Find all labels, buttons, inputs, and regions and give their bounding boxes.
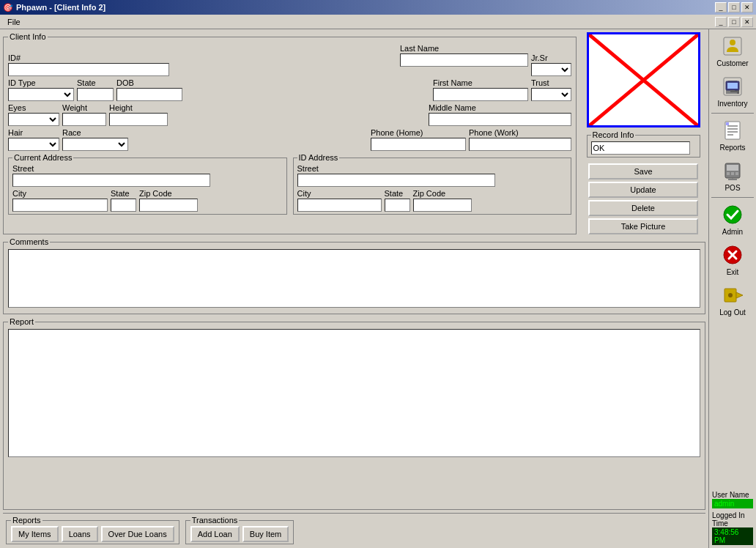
sidebar-item-admin[interactable]: Admin	[711, 199, 755, 240]
dob-input[interactable]	[116, 88, 182, 101]
update-button[interactable]: Update	[588, 182, 698, 198]
user-name-value: admin	[712, 499, 753, 508]
menu-file[interactable]: File	[3, 16, 25, 28]
buy-item-button[interactable]: Buy Item	[242, 526, 289, 542]
sidebar-item-reports[interactable]: Reports	[711, 115, 755, 155]
id-type-select[interactable]	[8, 88, 74, 101]
middle-name-input[interactable]	[429, 113, 571, 126]
weight-input[interactable]	[62, 113, 106, 126]
first-name-input[interactable]	[433, 88, 528, 101]
close-button[interactable]: ✕	[741, 2, 753, 12]
id-field-group: ID#	[8, 53, 169, 76]
title-bar-buttons[interactable]: _ □ ✕	[715, 2, 753, 12]
phone-work-input[interactable]	[469, 138, 571, 151]
delete-button[interactable]: Delete	[588, 200, 698, 216]
id-type-row: ID Type State DOB Fi	[8, 78, 571, 101]
mdi-close-button[interactable]: ✕	[741, 17, 753, 27]
over-due-loans-button[interactable]: Over Due Loans	[101, 526, 174, 542]
minimize-button[interactable]: _	[715, 2, 727, 12]
reports-group: Reports My Items Loans Over Due Loans	[6, 516, 179, 544]
logout-icon	[721, 284, 744, 307]
address-row: Current Address Street City State	[8, 153, 571, 215]
sidebar: Customer Inventory	[708, 29, 756, 548]
eyes-group: Eyes	[8, 103, 59, 126]
curr-city-input[interactable]	[12, 199, 108, 212]
no-photo-icon	[589, 34, 698, 126]
id-city-input[interactable]	[297, 199, 382, 212]
curr-zip-group: Zip Code	[139, 189, 198, 212]
comments-legend: Comments	[8, 237, 50, 246]
id-street-label: Street	[297, 164, 568, 173]
mdi-restore-button[interactable]: _	[715, 17, 727, 27]
first-name-group: First Name	[433, 78, 528, 101]
add-loan-button[interactable]: Add Loan	[190, 526, 240, 542]
content-area: Client Info ID# Last Name Jr.Sr	[0, 29, 708, 548]
phone-home-group: Phone (Home)	[371, 128, 466, 151]
id-address-fieldset: ID Address Street City State	[293, 153, 572, 215]
sidebar-item-pos[interactable]: POS	[711, 155, 755, 196]
loans-button[interactable]: Loans	[62, 526, 98, 542]
svg-rect-20	[727, 172, 730, 175]
my-items-button[interactable]: My Items	[11, 526, 59, 542]
title-text: 🎯 Phpawn - [Client Info 2]	[3, 3, 105, 12]
maximize-button[interactable]: □	[728, 2, 740, 12]
state-group: State	[77, 78, 114, 101]
record-info-legend: Record Info	[591, 130, 636, 139]
trust-label: Trust	[531, 78, 571, 87]
svg-marker-31	[736, 292, 743, 298]
exit-icon	[721, 243, 744, 267]
menu-bar: File _ □ ✕	[0, 15, 756, 29]
curr-street-input[interactable]	[12, 174, 210, 187]
reports-group-label: Reports	[11, 516, 42, 525]
state-input[interactable]	[77, 88, 114, 101]
customer-icon	[721, 34, 744, 58]
phone-home-input[interactable]	[371, 138, 466, 151]
id-type-group: ID Type	[8, 78, 74, 101]
hair-select[interactable]	[8, 138, 59, 151]
save-button[interactable]: Save	[588, 163, 698, 179]
photo-section: Record Info Save Update Delete Take Pict…	[581, 32, 705, 234]
id-street-input[interactable]	[297, 174, 495, 187]
sidebar-item-logout[interactable]: Log Out	[711, 280, 755, 320]
transactions-group: Transactions Add Loan Buy Item	[185, 516, 294, 544]
customer-label: Customer	[716, 59, 748, 67]
curr-zip-label: Zip Code	[139, 189, 198, 198]
logout-label: Log Out	[719, 308, 746, 316]
id-zip-input[interactable]	[413, 199, 472, 212]
last-name-label: Last Name	[400, 44, 571, 53]
middle-name-label: Middle Name	[429, 103, 571, 112]
last-name-input[interactable]	[400, 53, 528, 67]
curr-zip-input[interactable]	[139, 199, 198, 212]
exit-label: Exit	[727, 268, 739, 276]
id-state-input[interactable]	[385, 199, 410, 212]
mdi-maximize-button[interactable]: □	[728, 17, 740, 27]
svg-rect-10	[728, 92, 737, 94]
admin-icon	[721, 203, 744, 226]
eyes-select[interactable]	[8, 113, 59, 126]
svg-rect-17	[726, 122, 729, 125]
comments-textarea[interactable]	[8, 249, 700, 308]
trust-select[interactable]: Yes No	[531, 88, 571, 101]
weight-label: Weight	[62, 103, 106, 112]
svg-point-30	[728, 293, 733, 297]
state-label: State	[77, 78, 114, 87]
sidebar-item-exit[interactable]: Exit	[711, 240, 755, 280]
height-input[interactable]	[109, 113, 168, 126]
sidebar-item-inventory[interactable]: Inventory	[711, 71, 755, 111]
last-name-group: Last Name Jr.Sr Jr Sr II III	[400, 44, 571, 76]
take-picture-button[interactable]: Take Picture	[588, 218, 698, 234]
race-select[interactable]	[62, 138, 128, 151]
record-info-input[interactable]	[591, 141, 690, 155]
curr-state-input[interactable]	[111, 199, 136, 212]
pos-icon	[721, 159, 744, 182]
physical-row: Eyes Weight Height M	[8, 103, 571, 126]
id-city-group: City	[297, 189, 382, 212]
jr-sr-select[interactable]: Jr Sr II III	[531, 63, 571, 76]
jr-sr-group: Jr.Sr Jr Sr II III	[531, 53, 571, 76]
report-textarea[interactable]	[8, 329, 700, 457]
id-zip-group: Zip Code	[413, 189, 472, 212]
sidebar-item-customer[interactable]: Customer	[711, 31, 755, 71]
id-city-label: City	[297, 189, 382, 198]
report-legend: Report	[8, 317, 35, 326]
id-input[interactable]	[8, 63, 169, 76]
